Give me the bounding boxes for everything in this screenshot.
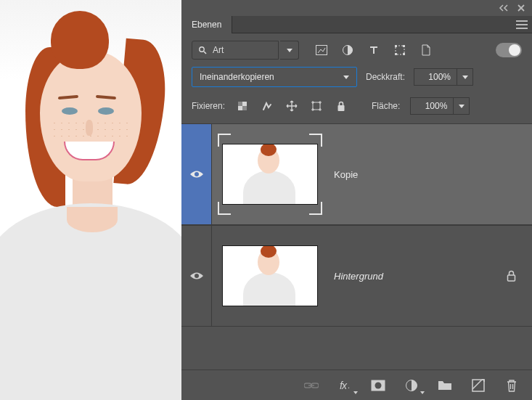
- new-adjustment-button[interactable]: [404, 378, 419, 393]
- layers-panel: Ebenen Art: [181, 0, 532, 400]
- svg-rect-10: [238, 102, 242, 106]
- panel-tabbar: Ebenen: [181, 16, 532, 33]
- fx-icon: fx: [340, 380, 346, 391]
- layer-row[interactable]: Hintergrund: [181, 225, 532, 327]
- chevron-down-icon: [353, 391, 358, 394]
- svg-rect-13: [338, 105, 345, 111]
- fill-label: Fläche:: [372, 101, 400, 111]
- layer-actions-bar: fx.: [181, 370, 532, 400]
- tab-layers[interactable]: Ebenen: [181, 16, 232, 33]
- eye-icon: [189, 271, 204, 281]
- delete-layer-button[interactable]: [504, 378, 519, 393]
- svg-point-14: [195, 172, 199, 176]
- filter-kind-dropdown[interactable]: [280, 41, 299, 60]
- filter-icons: [315, 44, 433, 57]
- lock-artboard-icon[interactable]: [309, 99, 324, 113]
- adjustment-filter-icon[interactable]: [341, 44, 354, 57]
- chevron-down-icon: [420, 391, 425, 394]
- portrait-image: [0, 0, 181, 400]
- document-canvas: [0, 0, 181, 400]
- fill-stepper[interactable]: [454, 97, 470, 115]
- svg-rect-20: [472, 380, 484, 391]
- panel-titlebar: [181, 0, 532, 16]
- svg-point-0: [200, 47, 204, 52]
- chevron-down-icon: [287, 49, 292, 52]
- opacity-stepper[interactable]: [457, 68, 473, 86]
- fill-input[interactable]: 100%: [410, 97, 454, 115]
- layer-kind-filter[interactable]: Art: [192, 41, 299, 60]
- shape-filter-icon[interactable]: [393, 44, 406, 57]
- svg-rect-8: [403, 53, 405, 55]
- chevron-down-icon: [459, 105, 465, 108]
- svg-rect-16: [508, 275, 515, 281]
- lock-icon[interactable]: [507, 270, 516, 282]
- opacity-input[interactable]: 100%: [414, 68, 457, 86]
- lock-image-icon[interactable]: [260, 99, 274, 113]
- svg-rect-6: [403, 45, 405, 47]
- lock-position-icon[interactable]: [285, 99, 299, 113]
- smartobject-filter-icon[interactable]: [420, 44, 433, 57]
- layer-row[interactable]: Kopie: [181, 123, 532, 225]
- chevron-down-icon: [343, 75, 349, 79]
- close-panel-icon[interactable]: [516, 3, 526, 13]
- blend-row: Ineinanderkopieren Deckkraft: 100%: [181, 67, 532, 94]
- search-icon: [198, 46, 207, 54]
- blend-mode-select[interactable]: Ineinanderkopieren: [192, 67, 357, 87]
- hamburger-icon: [516, 24, 528, 25]
- svg-rect-7: [395, 53, 397, 55]
- svg-rect-11: [242, 106, 247, 110]
- svg-rect-12: [313, 102, 320, 110]
- lock-all-icon[interactable]: [334, 99, 348, 113]
- eye-icon: [189, 169, 204, 179]
- link-layers-button[interactable]: [304, 378, 319, 393]
- svg-point-18: [375, 382, 382, 388]
- lock-label: Fixieren:: [192, 101, 225, 111]
- svg-line-1: [204, 52, 206, 54]
- layer-thumbnail[interactable]: [222, 138, 318, 211]
- new-layer-button[interactable]: [471, 378, 486, 393]
- visibility-toggle[interactable]: [181, 226, 212, 326]
- layer-thumbnail[interactable]: [222, 240, 318, 312]
- layer-name[interactable]: Kopie: [334, 169, 358, 180]
- fx-button[interactable]: fx.: [337, 378, 352, 393]
- type-filter-icon[interactable]: [367, 44, 380, 57]
- chevron-down-icon: [462, 75, 468, 79]
- filter-toggle[interactable]: [496, 43, 522, 57]
- svg-rect-5: [395, 45, 397, 47]
- visibility-toggle[interactable]: [181, 124, 212, 224]
- add-mask-button[interactable]: [371, 378, 385, 393]
- layer-name[interactable]: Hintergrund: [334, 271, 383, 282]
- filter-row: Art: [181, 33, 532, 67]
- lock-row: Fixieren: Fläche: 100%: [181, 94, 532, 123]
- filter-kind-label: Art: [213, 45, 224, 55]
- blend-mode-value: Ineinanderkopieren: [200, 72, 274, 82]
- svg-point-15: [195, 274, 199, 278]
- layers-list: Kopie Hintergrund: [181, 123, 532, 327]
- panel-menu-button[interactable]: [512, 16, 532, 33]
- pixel-filter-icon[interactable]: [315, 44, 328, 57]
- opacity-label: Deckkraft:: [366, 72, 405, 82]
- lock-transparency-icon[interactable]: [235, 99, 250, 113]
- collapse-panel-icon[interactable]: [499, 3, 509, 13]
- new-group-button[interactable]: [438, 378, 452, 393]
